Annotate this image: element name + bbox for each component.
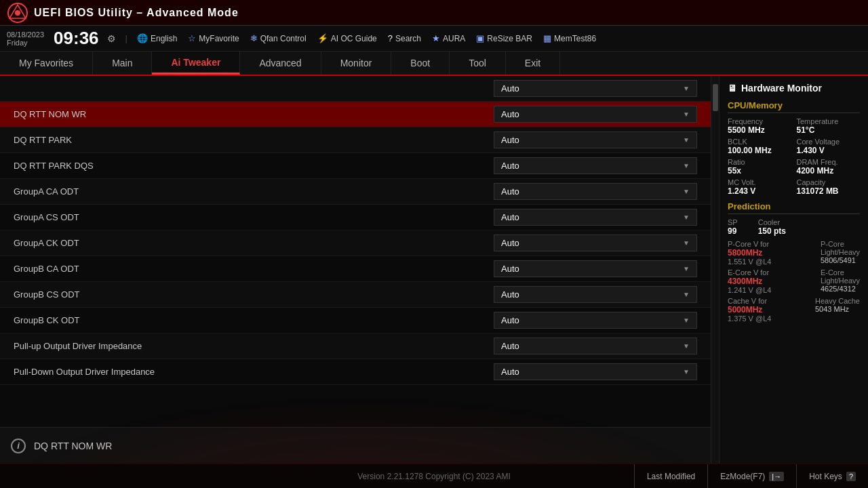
setting-dropdown[interactable]: Auto ▼ — [494, 260, 697, 277]
tab-exit[interactable]: Exit — [506, 52, 560, 75]
table-row[interactable]: GroupB CK ODT Auto ▼ — [0, 308, 711, 333]
tab-boot[interactable]: Boot — [391, 52, 450, 75]
settings-list: Auto ▼ DQ RTT NOM WR Auto ▼ DQ RTT PARK — [0, 76, 711, 427]
dropdown-arrow-icon: ▼ — [683, 188, 690, 195]
hw-label: Frequency 5500 MHz — [728, 117, 791, 135]
prediction-content: SP 99 Cooler 150 pts P-Core V for 5800MH… — [728, 218, 860, 323]
tab-advanced[interactable]: Advanced — [240, 52, 321, 75]
last-modified-button[interactable]: Last Modified — [634, 464, 707, 489]
table-row[interactable]: DQ RTT PARK Auto ▼ — [0, 127, 711, 153]
tab-main[interactable]: Main — [93, 52, 152, 75]
setting-dropdown[interactable]: Auto ▼ — [494, 131, 697, 148]
toolbar-resizebar[interactable]: ▣ ReSize BAR — [476, 33, 532, 43]
setting-dropdown[interactable]: Auto ▼ — [494, 312, 697, 329]
pcore-light-block: P-Core Light/Heavy 5806/5491 — [821, 240, 860, 266]
setting-dropdown[interactable]: Auto ▼ — [494, 157, 697, 174]
toolbar-aioc[interactable]: ⚡ AI OC Guide — [317, 33, 377, 43]
nav-tabs: My Favorites Main Ai Tweaker Advanced Mo… — [0, 52, 868, 76]
ecore-light-block: E-Core Light/Heavy 4625/4312 — [821, 268, 860, 294]
scrollbar[interactable] — [711, 76, 719, 464]
qfan-icon: ❄ — [250, 33, 258, 43]
monitor-icon: 🖥 — [728, 83, 737, 94]
prediction-section: Prediction — [728, 201, 860, 214]
content-area: Auto ▼ DQ RTT NOM WR Auto ▼ DQ RTT PARK — [0, 76, 711, 464]
setting-dropdown-selected[interactable]: Auto ▼ — [494, 106, 697, 123]
table-row[interactable]: GroupB CS ODT Auto ▼ — [0, 282, 711, 308]
date-display: 08/18/2023 Friday — [7, 30, 44, 47]
hw-label: MC Volt. 1.243 V — [728, 178, 791, 196]
aura-icon: ★ — [432, 33, 440, 43]
main-layout: Auto ▼ DQ RTT NOM WR Auto ▼ DQ RTT PARK — [0, 76, 868, 464]
dropdown-arrow-icon: ▼ — [683, 291, 690, 298]
hw-label: Core Voltage 1.430 V — [797, 138, 861, 155]
svg-point-2 — [15, 10, 20, 16]
toolbar-memtest[interactable]: ▦ MemTest86 — [543, 33, 596, 43]
favorite-icon: ☆ — [188, 33, 196, 43]
dropdown-arrow-icon: ▼ — [683, 239, 690, 247]
table-row[interactable]: DQ RTT PARK DQS Auto ▼ — [0, 153, 711, 179]
cpu-memory-grid: Frequency 5500 MHz Temperature 51°C BCLK… — [728, 117, 860, 196]
hot-keys-button[interactable]: Hot Keys ? — [796, 464, 868, 489]
setting-dropdown[interactable]: Auto ▼ — [494, 338, 697, 354]
cpu-memory-section: CPU/Memory — [728, 100, 860, 113]
setting-dropdown[interactable]: Auto ▼ — [494, 80, 697, 97]
resize-bar-icon: ▣ — [476, 33, 484, 43]
table-row[interactable]: GroupA CA ODT Auto ▼ — [0, 179, 711, 205]
rog-logo-icon — [7, 2, 28, 24]
version-text: Version 2.21.1278 Copyright (C) 2023 AMI — [357, 472, 510, 481]
scroll-thumb[interactable] — [713, 84, 718, 111]
tab-tool[interactable]: Tool — [450, 52, 506, 75]
hardware-monitor-panel: 🖥 Hardware Monitor CPU/Memory Frequency … — [719, 76, 868, 464]
aioc-icon: ⚡ — [317, 33, 328, 43]
dropdown-arrow-icon: ▼ — [683, 214, 690, 221]
setting-dropdown[interactable]: Auto ▼ — [494, 183, 697, 200]
info-icon: i — [11, 439, 26, 453]
info-text: DQ RTT NOM WR — [34, 441, 112, 451]
search-help-icon: ? — [388, 33, 393, 43]
toolbar-language[interactable]: 🌐 English — [137, 33, 177, 43]
clock-settings-icon[interactable]: ⚙ — [107, 33, 116, 44]
ez-mode-button[interactable]: EzMode(F7) |→ — [707, 464, 796, 489]
hw-label: Temperature 51°C — [797, 117, 861, 135]
setting-dropdown[interactable]: Auto ▼ — [494, 286, 697, 303]
clock-bar: 08/18/2023 Friday 09:36 ⚙ | 🌐 English ☆ … — [0, 26, 868, 52]
hw-label: Capacity 131072 MB — [797, 178, 861, 196]
table-row[interactable]: DQ RTT NOM WR Auto ▼ — [0, 102, 711, 127]
dropdown-arrow-icon: ▼ — [683, 342, 690, 350]
header: UEFI BIOS Utility – Advanced Mode — [0, 0, 868, 26]
tab-monitor[interactable]: Monitor — [321, 52, 392, 75]
toolbar-aura[interactable]: ★ AURA — [432, 33, 465, 43]
toolbar-search[interactable]: ? Search — [388, 33, 421, 43]
sp-block: SP 99 — [728, 218, 738, 236]
cooler-block: Cooler 150 pts — [758, 218, 786, 236]
toolbar-qfan[interactable]: ❄ Qfan Control — [250, 33, 307, 43]
toolbar-myfavorite[interactable]: ☆ MyFavorite — [188, 33, 239, 43]
setting-dropdown[interactable]: Auto ▼ — [494, 235, 697, 251]
table-row[interactable]: GroupA CS ODT Auto ▼ — [0, 205, 711, 230]
ecore-block: E-Core V for 4300MHz 1.241 V @L4 — [728, 268, 771, 294]
table-row[interactable]: Pull-Down Output Driver Impedance Auto ▼ — [0, 359, 711, 385]
tab-favorites[interactable]: My Favorites — [0, 52, 93, 75]
hw-panel-title: 🖥 Hardware Monitor — [728, 83, 860, 94]
setting-dropdown[interactable]: Auto ▼ — [494, 363, 697, 380]
dropdown-arrow-icon: ▼ — [683, 110, 690, 118]
footer: Version 2.21.1278 Copyright (C) 2023 AMI… — [0, 464, 868, 488]
app-title: UEFI BIOS Utility – Advanced Mode — [34, 7, 239, 19]
tab-aitweaker[interactable]: Ai Tweaker — [152, 52, 240, 75]
content-with-scroll: Auto ▼ DQ RTT NOM WR Auto ▼ DQ RTT PARK — [0, 76, 719, 464]
table-row[interactable]: GroupB CA ODT Auto ▼ — [0, 256, 711, 282]
table-row: Auto ▼ — [0, 76, 711, 102]
dropdown-arrow-icon: ▼ — [683, 136, 690, 144]
table-row[interactable]: GroupA CK ODT Auto ▼ — [0, 230, 711, 256]
memtest-icon: ▦ — [543, 33, 551, 43]
cache-block: Cache V for 5000MHz 1.375 V @L4 — [728, 297, 771, 323]
hw-label: BCLK 100.00 MHz — [728, 138, 791, 155]
dropdown-arrow-icon: ▼ — [683, 85, 690, 92]
heavy-cache-block: Heavy Cache 5043 MHz — [815, 297, 860, 323]
table-row[interactable]: Pull-up Output Driver Impedance Auto ▼ — [0, 333, 711, 359]
toolbar: 🌐 English ☆ MyFavorite ❄ Qfan Control ⚡ … — [137, 33, 596, 43]
dropdown-arrow-icon: ▼ — [683, 317, 690, 324]
hw-label: DRAM Freq. 4200 MHz — [797, 158, 861, 176]
setting-dropdown[interactable]: Auto ▼ — [494, 209, 697, 226]
info-bar: i DQ RTT NOM WR — [0, 427, 711, 464]
